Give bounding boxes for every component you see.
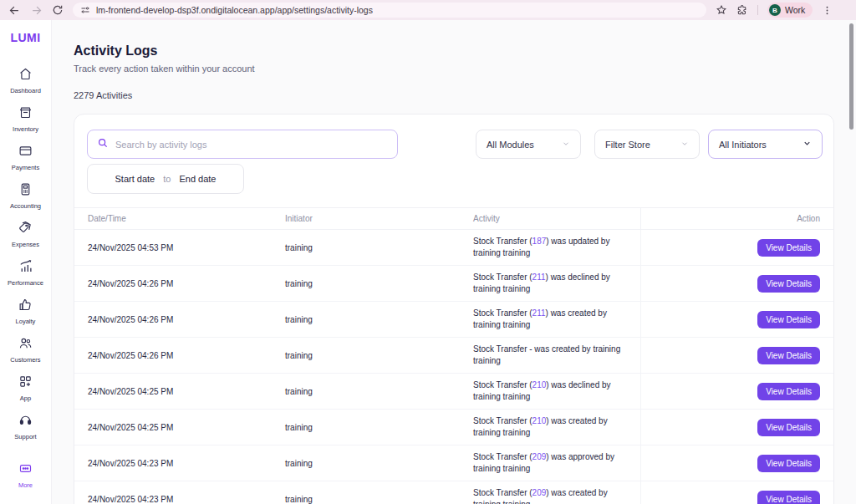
extensions-icon[interactable]: [736, 4, 748, 16]
initiators-dropdown[interactable]: All Initiators: [708, 130, 823, 159]
lumi-logo: LUMI: [10, 31, 40, 44]
date-separator: to: [163, 174, 171, 184]
storefront-icon: [18, 105, 33, 123]
row-initiator: training: [285, 459, 473, 468]
row-activity: Stock Transfer (210) was declined by tra…: [473, 379, 640, 403]
view-details-button[interactable]: View Details: [757, 275, 820, 293]
header-date: Date/Time: [88, 214, 285, 223]
price-tags-icon: [18, 221, 33, 238]
view-details-button[interactable]: View Details: [757, 383, 820, 400]
sidebar-item-more[interactable]: More: [18, 461, 33, 489]
reload-icon[interactable]: [52, 4, 64, 16]
bar-chart-icon: [18, 259, 33, 277]
row-date: 24/Nov/2025 04:25 PM: [88, 387, 285, 396]
url-text: lm-frontend-develop-dsp3f.ondigitalocean…: [96, 5, 373, 15]
row-activity: Stock Transfer (209) was created by trai…: [473, 487, 640, 504]
sidebar-label: Performance: [8, 279, 43, 287]
view-details-button[interactable]: View Details: [757, 311, 820, 328]
search-icon: [97, 137, 109, 152]
header-action: Action: [640, 208, 833, 229]
sidebar: LUMI Dashboard Inventory Payments Accoun…: [0, 20, 52, 504]
sidebar-item-accounting[interactable]: Accounting: [10, 182, 41, 210]
site-settings-icon[interactable]: [80, 5, 90, 15]
toolbar-divider: [757, 5, 758, 15]
sidebar-item-app[interactable]: App: [18, 374, 33, 402]
sidebar-item-support[interactable]: Support: [14, 413, 36, 440]
browser-toolbar: lm-frontend-develop-dsp3f.ondigitalocean…: [0, 0, 856, 20]
row-date: 24/Nov/2025 04:26 PM: [88, 279, 285, 288]
sidebar-item-loyalty[interactable]: Loyalty: [16, 298, 36, 325]
row-activity: Stock Transfer (211) was created by trai…: [473, 308, 640, 331]
sidebar-item-payments[interactable]: Payments: [12, 144, 39, 171]
search-box[interactable]: [87, 130, 398, 159]
row-initiator: training: [285, 315, 473, 324]
row-initiator: training: [285, 387, 473, 396]
table-row: 24/Nov/2025 04:26 PM training Stock Tran…: [74, 302, 833, 338]
row-initiator: training: [285, 423, 473, 432]
activity-table: Date/Time Initiator Activity Action 24/N…: [74, 207, 833, 504]
chevron-down-icon: [802, 139, 812, 150]
sidebar-item-inventory[interactable]: Inventory: [13, 105, 38, 133]
initiators-dropdown-value: All Initiators: [719, 140, 767, 150]
view-details-button[interactable]: View Details: [757, 347, 820, 364]
sidebar-label: Loyalty: [16, 318, 36, 325]
headset-icon: [18, 413, 33, 430]
row-activity: Stock Transfer (211) was declined by tra…: [473, 272, 640, 295]
browser-profile-chip[interactable]: B Work: [767, 3, 813, 18]
sidebar-label: Expenses: [12, 241, 39, 248]
sidebar-item-performance[interactable]: Performance: [8, 259, 43, 287]
row-initiator: training: [285, 495, 473, 504]
view-details-button[interactable]: View Details: [757, 239, 820, 257]
row-date: 24/Nov/2025 04:23 PM: [88, 495, 285, 504]
view-details-button[interactable]: View Details: [757, 455, 820, 472]
header-initiator: Initiator: [285, 214, 473, 223]
sidebar-item-dashboard[interactable]: Dashboard: [10, 67, 41, 94]
row-date: 24/Nov/2025 04:26 PM: [88, 315, 285, 324]
chevron-down-icon: [680, 140, 689, 150]
vertical-scrollbar[interactable]: [849, 23, 853, 130]
app-window: LUMI Dashboard Inventory Payments Accoun…: [0, 20, 856, 504]
row-date: 24/Nov/2025 04:25 PM: [88, 423, 285, 432]
row-initiator: training: [285, 279, 473, 288]
view-details-button[interactable]: View Details: [757, 419, 820, 436]
sidebar-label: Payments: [12, 164, 39, 171]
table-row: 24/Nov/2025 04:25 PM training Stock Tran…: [74, 374, 833, 410]
row-date: 24/Nov/2025 04:53 PM: [88, 243, 285, 252]
store-dropdown-value: Filter Store: [605, 140, 650, 150]
modules-dropdown[interactable]: All Modules: [476, 130, 581, 159]
view-details-button[interactable]: View Details: [757, 491, 820, 504]
sidebar-label: More: [18, 481, 33, 489]
store-dropdown[interactable]: Filter Store: [594, 130, 700, 159]
row-activity: Stock Transfer (209) was approved by tra…: [473, 451, 640, 475]
thumbs-up-icon: [18, 298, 33, 315]
sidebar-label: Inventory: [13, 125, 38, 133]
browser-menu-icon[interactable]: [822, 5, 833, 16]
date-range-picker[interactable]: Start date to End date: [87, 164, 244, 194]
page-subtitle: Track every action taken within your acc…: [74, 64, 255, 74]
home-icon: [18, 67, 33, 84]
chevron-down-icon: [562, 140, 570, 150]
end-date: End date: [179, 174, 216, 184]
start-date: Start date: [115, 174, 155, 184]
table-row: 24/Nov/2025 04:23 PM training Stock Tran…: [74, 481, 833, 504]
bookmark-star-icon[interactable]: [716, 4, 727, 16]
sidebar-label: Support: [14, 433, 36, 440]
profile-avatar: B: [769, 4, 781, 16]
more-ellipsis-icon: [18, 461, 33, 479]
table-row: 24/Nov/2025 04:25 PM training Stock Tran…: [74, 410, 833, 445]
forward-icon[interactable]: [30, 4, 43, 17]
app-grid-plus-icon: [18, 374, 33, 392]
credit-card-icon: [18, 144, 33, 161]
table-row: 24/Nov/2025 04:23 PM training Stock Tran…: [74, 445, 833, 481]
table-row: 24/Nov/2025 04:26 PM training Stock Tran…: [74, 266, 833, 302]
profile-name: Work: [785, 5, 805, 15]
search-input[interactable]: [115, 140, 388, 150]
header-activity: Activity: [473, 213, 640, 225]
calculator-icon: [18, 182, 33, 200]
main-content: Activity Logs Track every action taken w…: [52, 20, 856, 504]
back-icon[interactable]: [8, 4, 21, 17]
sidebar-item-customers[interactable]: Customers: [10, 336, 40, 364]
people-icon: [18, 336, 33, 354]
sidebar-item-expenses[interactable]: Expenses: [12, 221, 39, 248]
url-bar[interactable]: lm-frontend-develop-dsp3f.ondigitalocean…: [73, 3, 706, 18]
